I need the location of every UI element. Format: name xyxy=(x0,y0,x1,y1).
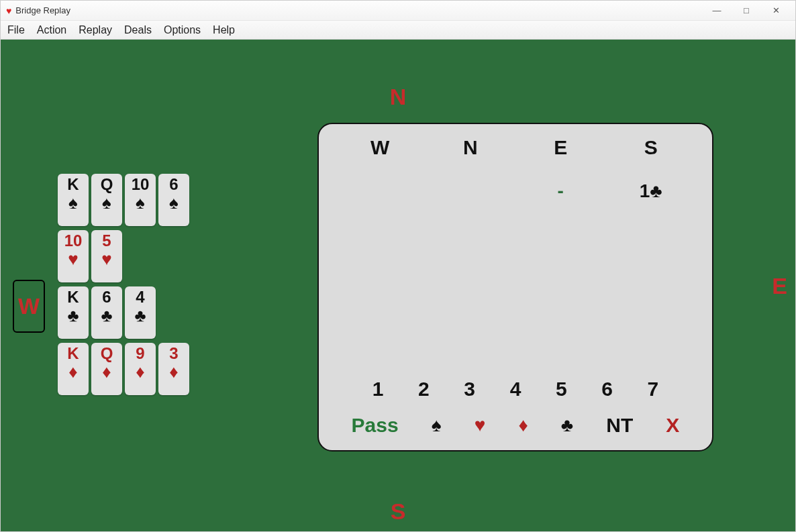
card-spade[interactable]: Q♠ xyxy=(91,174,122,226)
card-diamond[interactable]: Q♦ xyxy=(91,343,122,395)
bid-s-level: 1 xyxy=(640,180,650,201)
bid-e: - xyxy=(515,180,606,202)
heart-icon[interactable]: ♥ xyxy=(475,415,486,436)
club-icon[interactable]: ♣ xyxy=(561,415,573,436)
window-title: Bridge Replay xyxy=(15,5,70,15)
minimize-button[interactable]: — xyxy=(703,2,731,19)
card-club[interactable]: 6♣ xyxy=(91,286,122,339)
card-spade[interactable]: K♠ xyxy=(58,174,89,226)
maximize-button[interactable]: □ xyxy=(732,2,760,19)
bid-double[interactable]: X xyxy=(666,414,679,437)
bid-headers: W N E S xyxy=(335,136,696,159)
hand-west: K♠ Q♠ 10♠ 6♠ 10♥ 5♥ K♣ 6♣ 4♣ K♦ Q♦ 9♦ 3♦ xyxy=(58,174,189,399)
menu-action[interactable]: Action xyxy=(37,24,66,36)
menubar: File Action Replay Deals Options Help xyxy=(1,21,795,40)
compass-east: E xyxy=(772,272,787,299)
window-controls: — □ ✕ xyxy=(703,2,790,19)
card-diamond[interactable]: 9♦ xyxy=(125,343,156,395)
bid-header-e: E xyxy=(515,136,606,159)
bid-w xyxy=(335,180,426,202)
bid-pass[interactable]: Pass xyxy=(352,414,399,437)
menu-deals[interactable]: Deals xyxy=(124,24,152,36)
menu-help[interactable]: Help xyxy=(213,24,235,36)
bid-header-n: N xyxy=(426,136,516,159)
heart-icon: ♥ xyxy=(6,5,11,16)
bid-header-w: W xyxy=(335,136,426,159)
bid-s: 1♣ xyxy=(606,180,697,202)
bid-level-6[interactable]: 6 xyxy=(601,378,613,401)
close-button[interactable]: ✕ xyxy=(762,2,790,19)
card-heart[interactable]: 5♥ xyxy=(91,230,122,282)
bidding-panel: W N E S - 1♣ 1 2 3 4 5 6 7 xyxy=(317,123,713,451)
card-heart[interactable]: 10♥ xyxy=(58,230,89,282)
row-spades: K♠ Q♠ 10♠ 6♠ xyxy=(58,174,189,226)
spade-icon[interactable]: ♠ xyxy=(432,415,442,436)
titlebar: ♥ Bridge Replay — □ ✕ xyxy=(1,1,795,21)
compass-north: N xyxy=(390,84,407,110)
bid-level-4[interactable]: 4 xyxy=(510,378,521,401)
row-diamonds: K♦ Q♦ 9♦ 3♦ xyxy=(58,343,189,395)
compass-south: S xyxy=(391,498,406,525)
menu-replay[interactable]: Replay xyxy=(79,24,112,36)
app-window: ♥ Bridge Replay — □ ✕ File Action Replay… xyxy=(0,0,796,532)
card-spade[interactable]: 6♠ xyxy=(158,174,189,226)
bid-row-1: - 1♣ xyxy=(335,180,696,202)
bid-level-2[interactable]: 2 xyxy=(418,378,430,401)
card-spade[interactable]: 10♠ xyxy=(125,174,156,226)
compass-west-active: W xyxy=(13,280,45,333)
row-hearts: 10♥ 5♥ xyxy=(58,230,189,282)
bid-levels: 1 2 3 4 5 6 7 xyxy=(335,378,696,401)
bid-level-3[interactable]: 3 xyxy=(464,378,475,401)
row-clubs: K♣ 6♣ 4♣ xyxy=(58,286,189,339)
diamond-icon[interactable]: ♦ xyxy=(518,415,528,436)
card-club[interactable]: K♣ xyxy=(58,286,89,339)
bid-n xyxy=(426,180,516,202)
table-area: N S E W K♠ Q♠ 10♠ 6♠ 10♥ 5♥ K♣ 6♣ 4♣ xyxy=(1,40,795,531)
bid-nt[interactable]: NT xyxy=(606,414,633,437)
card-diamond[interactable]: K♦ xyxy=(58,343,89,395)
card-club[interactable]: 4♣ xyxy=(125,286,156,339)
bid-header-s: S xyxy=(606,136,697,159)
bid-level-7[interactable]: 7 xyxy=(647,378,658,401)
bid-strains: Pass ♠ ♥ ♦ ♣ NT X xyxy=(335,414,696,441)
menu-file[interactable]: File xyxy=(7,24,25,36)
menu-options[interactable]: Options xyxy=(164,24,201,36)
card-diamond[interactable]: 3♦ xyxy=(158,343,189,395)
bid-level-5[interactable]: 5 xyxy=(556,378,567,401)
bid-level-1[interactable]: 1 xyxy=(372,378,384,401)
club-icon: ♣ xyxy=(650,180,662,201)
